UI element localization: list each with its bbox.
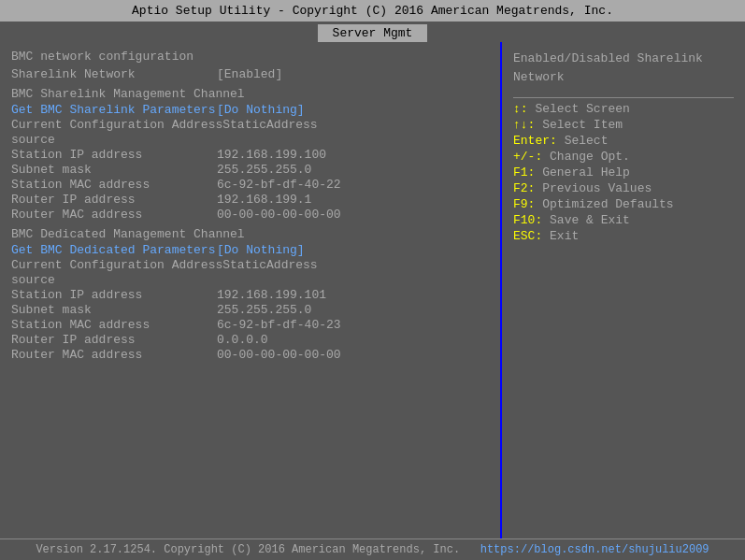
dedicated-row-0-value: [Do Nothing]	[217, 243, 305, 257]
sharelink-row-1: Current Configuration Address StaticAddr…	[11, 118, 489, 132]
key-7-action: Save & Exit	[550, 213, 630, 227]
sharelink-row-0-value: [Do Nothing]	[217, 103, 305, 117]
key-1: ↑↓:	[513, 118, 535, 132]
title-text: Aptio Setup Utility - Copyright (C) 2016…	[132, 4, 613, 18]
key-8-action: Exit	[550, 229, 579, 243]
sharelink-row-2: source	[11, 133, 489, 147]
sharelink-row-7-label: Router MAC address	[11, 208, 217, 222]
title-bar: Aptio Setup Utility - Copyright (C) 2016…	[0, 0, 745, 22]
dedicated-row-4: Subnet mask 255.255.255.0	[11, 303, 489, 317]
dedicated-row-7-value: 00-00-00-00-00-00	[217, 348, 341, 362]
key-row-7: F10: Save & Exit	[513, 213, 734, 227]
sharelink-row-4: Subnet mask 255.255.255.0	[11, 163, 489, 177]
sharelink-row-3: Station IP address 192.168.199.100	[11, 148, 489, 162]
key-5-action: Previous Values	[542, 181, 652, 195]
sharelink-row-4-label: Subnet mask	[11, 163, 217, 177]
key-row-4: F1: General Help	[513, 165, 734, 179]
sharelink-row-5: Station MAC address 6c-92-bf-df-40-22	[11, 178, 489, 192]
help-text: Enabled/Disabled Sharelink Network	[513, 50, 734, 86]
right-panel: Enabled/Disabled Sharelink Network ↕: Se…	[502, 42, 745, 538]
app: Aptio Setup Utility - Copyright (C) 2016…	[0, 0, 745, 560]
footer: Version 2.17.1254. Copyright (C) 2016 Am…	[0, 538, 745, 560]
dedicated-row-0-label: Get BMC Dedicated Parameters	[11, 243, 217, 257]
dedicated-row-6-label: Router IP address	[11, 333, 217, 347]
dedicated-row-2: source	[11, 273, 489, 287]
key-row-0: ↕: Select Screen	[513, 102, 734, 116]
sharelink-row-3-label: Station IP address	[11, 148, 217, 162]
sharelink-row-6: Router IP address 192.168.199.1	[11, 193, 489, 207]
sharelink-group-title: BMC Sharelink Management Channel	[11, 87, 489, 101]
key-3-action: Change Opt.	[550, 150, 630, 164]
dedicated-row-5-value: 6c-92-bf-df-40-23	[217, 318, 341, 332]
key-8: ESC:	[513, 229, 542, 243]
sharelink-value: [Enabled]	[217, 67, 282, 81]
key-4: F1:	[513, 165, 535, 179]
key-help: ↕: Select Screen ↑↓: Select Item Enter: …	[513, 102, 734, 243]
sharelink-row-5-label: Station MAC address	[11, 178, 217, 192]
key-row-5: F2: Previous Values	[513, 181, 734, 195]
key-row-3: +/-: Change Opt.	[513, 150, 734, 164]
key-row-6: F9: Optimized Defaults	[513, 197, 734, 211]
sharelink-row-6-value: 192.168.199.1	[217, 193, 311, 207]
key-7: F10:	[513, 213, 542, 227]
footer-link[interactable]: https://blog.csdn.net/shujuliu2009	[480, 543, 709, 556]
key-1-action: Select Item	[542, 118, 623, 132]
sharelink-row-6-label: Router IP address	[11, 193, 217, 207]
dedicated-row-5-label: Station MAC address	[11, 318, 217, 332]
key-6-action: Optimized Defaults	[542, 197, 673, 211]
key-row-8: ESC: Exit	[513, 229, 734, 243]
dedicated-row-5: Station MAC address 6c-92-bf-df-40-23	[11, 318, 489, 332]
tab-server-mgmt[interactable]: Server Mgmt	[318, 24, 428, 42]
left-panel: BMC network configuration Sharelink Netw…	[0, 42, 502, 538]
sharelink-row-7: Router MAC address 00-00-00-00-00-00	[11, 208, 489, 222]
sharelink-row-0-label: Get BMC Sharelink Parameters	[11, 103, 217, 117]
sharelink-row-7-value: 00-00-00-00-00-00	[217, 208, 341, 222]
sharelink-network-row: Sharelink Network [Enabled]	[11, 67, 489, 81]
dedicated-group-title: BMC Dedicated Management Channel	[11, 227, 489, 241]
dedicated-row-4-value: 255.255.255.0	[217, 303, 311, 317]
key-2: Enter:	[513, 134, 557, 148]
key-2-action: Select	[565, 134, 609, 148]
tab-bar: Server Mgmt	[0, 22, 745, 42]
key-0-action: Select Screen	[535, 102, 629, 116]
sharelink-label: Sharelink Network	[11, 67, 217, 81]
dedicated-row-0[interactable]: Get BMC Dedicated Parameters [Do Nothing…	[11, 243, 489, 257]
sharelink-row-1-value: StaticAddress	[222, 118, 317, 132]
dedicated-row-7-label: Router MAC address	[11, 348, 217, 362]
sharelink-row-4-value: 255.255.255.0	[217, 163, 311, 177]
dedicated-row-7: Router MAC address 00-00-00-00-00-00	[11, 348, 489, 362]
key-5: F2:	[513, 181, 535, 195]
sharelink-row-2-label: source	[11, 133, 217, 147]
key-4-action: General Help	[542, 165, 630, 179]
dedicated-row-3-value: 192.168.199.101	[217, 288, 326, 302]
dedicated-row-3: Station IP address 192.168.199.101	[11, 288, 489, 302]
key-0: ↕:	[513, 102, 528, 116]
dedicated-row-2-label: source	[11, 273, 217, 287]
sharelink-row-0[interactable]: Get BMC Sharelink Parameters [Do Nothing…	[11, 103, 489, 117]
key-3: +/-:	[513, 150, 542, 164]
sharelink-row-1-label: Current Configuration Address	[11, 118, 222, 132]
main-content: BMC network configuration Sharelink Netw…	[0, 42, 745, 538]
key-6: F9:	[513, 197, 535, 211]
sharelink-row-3-value: 192.168.199.100	[217, 148, 326, 162]
dedicated-row-1-label: Current Configuration Address	[11, 258, 222, 272]
dedicated-row-6: Router IP address 0.0.0.0	[11, 333, 489, 347]
dedicated-row-1: Current Configuration Address StaticAddr…	[11, 258, 489, 272]
dedicated-row-1-value: StaticAddress	[222, 258, 317, 272]
key-row-2: Enter: Select	[513, 134, 734, 148]
footer-text: Version 2.17.1254. Copyright (C) 2016 Am…	[36, 543, 460, 556]
dedicated-row-4-label: Subnet mask	[11, 303, 217, 317]
dedicated-row-3-label: Station IP address	[11, 288, 217, 302]
sharelink-row-5-value: 6c-92-bf-df-40-22	[217, 178, 341, 192]
key-row-1: ↑↓: Select Item	[513, 118, 734, 132]
section-header: BMC network configuration	[11, 50, 489, 64]
help-divider	[513, 97, 734, 98]
dedicated-row-6-value: 0.0.0.0	[217, 333, 268, 347]
